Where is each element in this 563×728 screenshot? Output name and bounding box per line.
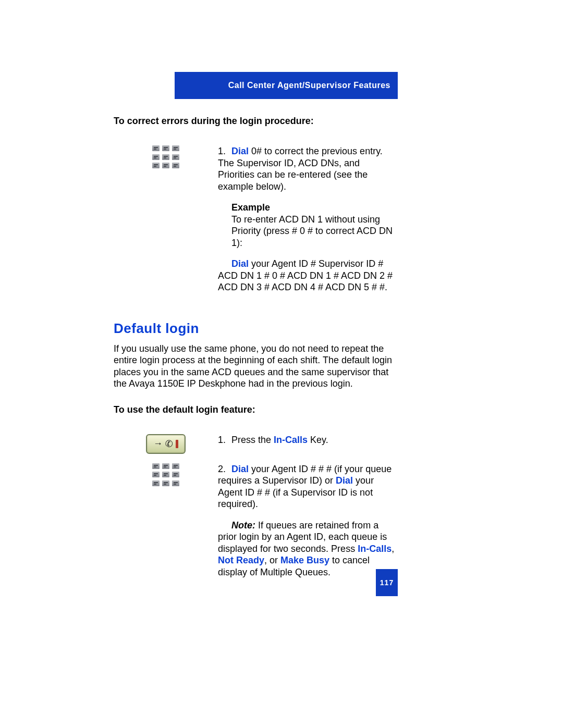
section-body: If you usually use the same phone, you d… [114, 343, 398, 390]
dial-keyword: Dial [231, 146, 249, 156]
dial-keyword: Dial [336, 475, 353, 486]
page-number: 117 [376, 569, 398, 596]
dial-keyword: Dial [231, 464, 249, 474]
step-1: 1.Dial 0# to correct the previous entry.… [218, 145, 398, 192]
step-2: 2.Dial your Agent ID # # # (if your queu… [218, 463, 398, 510]
in-calls-keyword: In-Calls [358, 544, 391, 554]
text-pre: Press the [231, 435, 274, 445]
page-number-value: 117 [380, 578, 394, 587]
step-row: 2.Dial your Agent ID # # # (if your queu… [114, 463, 398, 578]
arrow-right-icon: → [153, 438, 163, 449]
step-number: 1. [218, 434, 231, 446]
step-row: 1.Dial 0# to correct the previous entry.… [114, 145, 398, 293]
not-ready-keyword: Not Ready [218, 555, 264, 565]
procedure-heading-1: To correct errors during the login proce… [114, 116, 398, 127]
page-content: To correct errors during the login proce… [114, 116, 398, 587]
example-line1: To re-enter ACD DN 1 without using Prior… [231, 214, 398, 249]
handset-icon: ✆ [164, 437, 174, 450]
note-label: Note: [231, 520, 255, 530]
step-text: 2.Dial your Agent ID # # # (if your queu… [218, 463, 398, 578]
step-row: → ✆ 1.Press the In-Calls Key. [114, 434, 398, 454]
icon-column [114, 145, 218, 168]
step-text: 1.Dial 0# to correct the previous entry.… [218, 145, 398, 293]
step-number: 1. [218, 145, 231, 157]
in-calls-keyword: In-Calls [274, 435, 308, 445]
chapter-title: Call Center Agent/Supervisor Features [228, 81, 390, 90]
icon-column: → ✆ [114, 434, 218, 454]
dial-keyword: Dial [231, 258, 249, 269]
section-title: Default login [114, 320, 398, 337]
make-busy-keyword: Make Busy [280, 555, 329, 565]
note-block: Note: If queues are retained from a prio… [218, 520, 398, 578]
example-label: Example [231, 202, 270, 213]
document-page: Call Center Agent/Supervisor Features To… [0, 0, 563, 728]
step-text: 1.Press the In-Calls Key. [218, 434, 398, 446]
chapter-header: Call Center Agent/Supervisor Features [175, 72, 398, 99]
text-post: Key. [308, 435, 328, 445]
icon-column [114, 463, 218, 486]
in-calls-button-icon: → ✆ [146, 434, 186, 454]
keypad-icon [152, 145, 179, 168]
keypad-icon [152, 463, 179, 486]
sep: , or [264, 555, 280, 565]
red-indicator-icon [176, 440, 178, 448]
sep: , [391, 544, 394, 554]
procedure-heading-2: To use the default login feature: [114, 404, 398, 415]
step-number: 2. [218, 463, 231, 475]
